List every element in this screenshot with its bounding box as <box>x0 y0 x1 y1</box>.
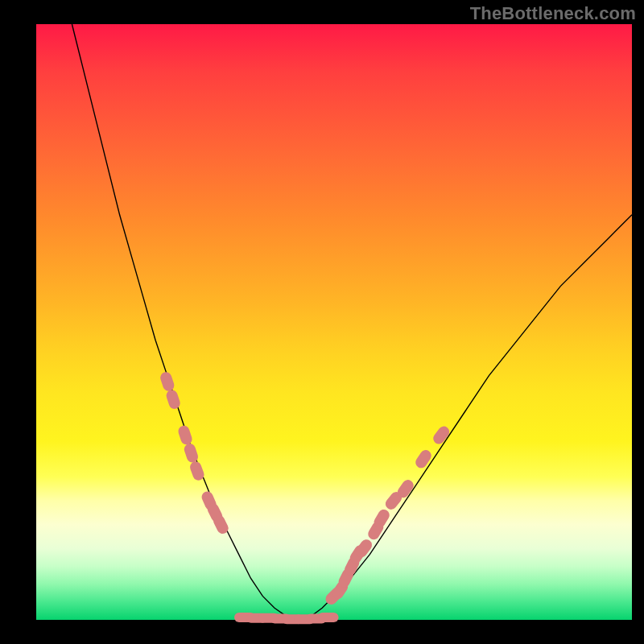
marker-group-right <box>324 424 452 607</box>
bottleneck-curve <box>72 24 632 620</box>
marker-group-bottom <box>234 613 339 624</box>
data-marker <box>431 424 452 447</box>
data-marker <box>318 613 339 622</box>
chart-svg <box>36 24 632 620</box>
data-marker <box>165 389 182 411</box>
watermark-text: TheBottleneck.com <box>470 3 636 24</box>
plot-area <box>36 24 632 620</box>
data-marker <box>159 370 175 392</box>
marker-group-left <box>159 370 230 535</box>
chart-frame: TheBottleneck.com <box>0 0 644 644</box>
data-marker <box>177 424 194 446</box>
curve-path-group <box>72 24 632 620</box>
data-marker <box>414 448 434 470</box>
